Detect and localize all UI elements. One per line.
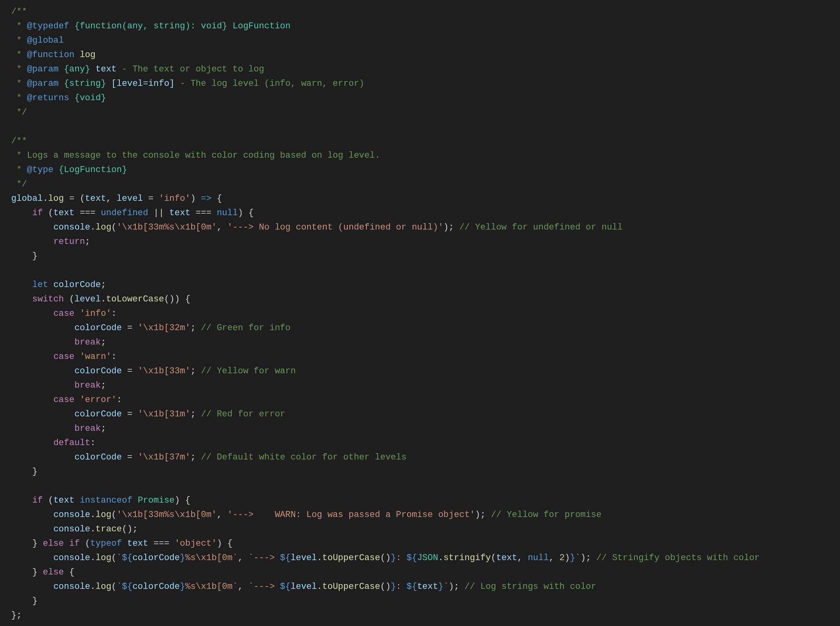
token-punc: {: [212, 194, 222, 204]
token-ident: console: [53, 553, 90, 563]
code-line[interactable]: console.trace();: [11, 522, 829, 537]
code-editor[interactable]: /** * @typedef {function(any, string): v…: [0, 0, 840, 626]
code-line[interactable]: };: [11, 608, 829, 623]
token-ctrl: if: [32, 495, 43, 505]
token-punc: .: [317, 582, 322, 592]
code-line[interactable]: * @typedef {function(any, string): void}…: [11, 19, 829, 34]
token-obj: JSON: [417, 553, 438, 563]
token-punc: [11, 366, 74, 376]
token-punc: .: [438, 553, 443, 563]
code-line[interactable]: colorCode = '\x1b[33m'; // Yellow for wa…: [11, 364, 829, 378]
token-punc: [11, 294, 32, 304]
token-ident: console: [53, 582, 90, 592]
token-ident: [level=info]: [111, 79, 174, 89]
token-punc: ,: [517, 553, 528, 563]
code-line[interactable]: * @param {string} [level=info] - The log…: [11, 77, 829, 91]
code-line[interactable]: }: [11, 594, 829, 608]
code-line[interactable]: colorCode = '\x1b[31m'; // Red for error: [11, 407, 829, 422]
token-keyword: }: [180, 553, 185, 563]
token-const: undefined: [101, 208, 148, 218]
token-jstag: @param: [27, 79, 59, 89]
token-type: {void}: [74, 93, 106, 103]
code-line[interactable]: [11, 263, 829, 278]
token-string: %s\x1b[0m`: [185, 553, 238, 563]
token-jsdoc: [53, 165, 59, 175]
code-line[interactable]: */: [11, 177, 829, 192]
code-line[interactable]: break;: [11, 378, 829, 393]
token-punc: [11, 424, 74, 434]
code-line[interactable]: /**: [11, 5, 829, 19]
code-line[interactable]: break;: [11, 422, 829, 436]
token-punc: }: [11, 567, 43, 577]
code-line[interactable]: */: [11, 105, 829, 120]
code-line[interactable]: switch (level.toLowerCase()) {: [11, 292, 829, 307]
token-keyword: ${: [280, 553, 290, 563]
token-punc: :: [111, 352, 117, 362]
code-line[interactable]: * @type {LogFunction}: [11, 163, 829, 177]
code-line[interactable]: default:: [11, 436, 829, 450]
token-jsdoc: - The text or object to log: [117, 64, 264, 74]
code-line[interactable]: /**: [11, 134, 829, 149]
token-punc: .: [317, 553, 322, 563]
code-line[interactable]: let colorCode;: [11, 278, 829, 292]
code-line[interactable]: case 'info':: [11, 307, 829, 321]
token-func: toUpperCase: [322, 553, 380, 563]
token-punc: ;: [101, 424, 106, 434]
code-line[interactable]: [11, 120, 829, 134]
token-punc: ()) {: [164, 294, 190, 304]
code-line[interactable]: colorCode = '\x1b[37m'; // Default white…: [11, 450, 829, 465]
code-line[interactable]: console.log(`${colorCode}%s\x1b[0m`, `--…: [11, 580, 829, 594]
code-line[interactable]: }: [11, 249, 829, 263]
code-line[interactable]: * @returns {void}: [11, 91, 829, 105]
token-ident: text: [496, 553, 517, 563]
token-punc: [122, 539, 127, 549]
token-op: ||: [148, 208, 169, 218]
code-line[interactable]: * Logs a message to the console with col…: [11, 149, 829, 163]
code-line[interactable]: case 'error':: [11, 393, 829, 407]
token-punc: [11, 510, 53, 520]
token-punc: );: [580, 553, 596, 563]
code-line[interactable]: console.log('\x1b[33m%s\x1b[0m', '---> N…: [11, 220, 829, 235]
token-string: '\x1b[31m': [138, 409, 190, 419]
code-line[interactable]: } else {: [11, 565, 829, 580]
token-const: null: [528, 553, 549, 563]
code-line[interactable]: } else if (typeof text === 'object') {: [11, 537, 829, 551]
code-line[interactable]: colorCode = '\x1b[32m'; // Green for inf…: [11, 321, 829, 335]
code-line[interactable]: * @function log: [11, 48, 829, 62]
token-jstag: @global: [27, 36, 64, 46]
token-comment: // Log strings with color: [464, 582, 596, 592]
token-op: ===: [148, 539, 174, 549]
token-punc: ;: [190, 409, 201, 419]
token-ident: text: [85, 194, 106, 204]
token-keyword: instanceof: [80, 495, 133, 505]
code-line[interactable]: case 'warn':: [11, 350, 829, 364]
token-type: {string}: [64, 79, 106, 89]
code-line[interactable]: console.log(`${colorCode}%s\x1b[0m`, `--…: [11, 551, 829, 565]
code-line[interactable]: }: [11, 465, 829, 479]
code-line[interactable]: return;: [11, 235, 829, 249]
code-line[interactable]: if (text instanceof Promise) {: [11, 493, 829, 508]
token-punc: );: [444, 222, 460, 232]
token-punc: ,: [217, 510, 227, 520]
token-punc: .: [43, 194, 48, 204]
token-jsdoc: - The log level (info, warn, error): [174, 79, 364, 89]
token-keyword: ${: [122, 582, 132, 592]
code-line[interactable]: break;: [11, 335, 829, 350]
code-line[interactable]: * @global: [11, 34, 829, 48]
token-string: 'info': [159, 194, 190, 204]
token-op: =: [122, 409, 138, 419]
token-ctrl: case: [53, 395, 75, 405]
token-type: {any}: [64, 64, 90, 74]
token-punc: (: [111, 510, 117, 520]
token-punc: .: [90, 222, 95, 232]
code-line[interactable]: [11, 479, 829, 493]
code-line[interactable]: if (text === undefined || text === null)…: [11, 206, 829, 220]
token-jsdoc: /**: [11, 136, 27, 146]
token-ident: console: [53, 524, 90, 534]
code-line[interactable]: console.log('\x1b[33m%s\x1b[0m', '---> W…: [11, 508, 829, 522]
code-line[interactable]: global.log = (text, level = 'info') => {: [11, 192, 829, 206]
token-punc: =: [143, 194, 159, 204]
token-func: log: [80, 50, 96, 60]
token-ident: level: [291, 553, 317, 563]
code-line[interactable]: * @param {any} text - The text or object…: [11, 62, 829, 77]
